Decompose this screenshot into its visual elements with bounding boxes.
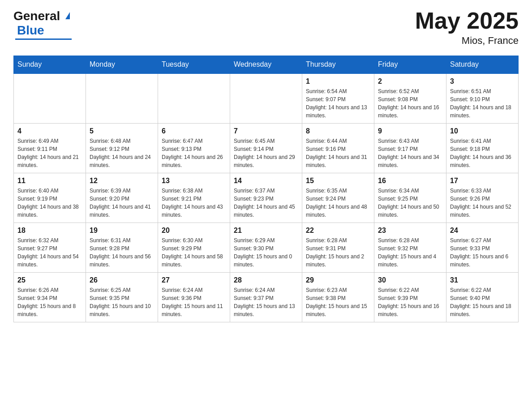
day-number: 9 <box>378 127 442 135</box>
day-number: 1 <box>306 77 370 86</box>
page-header: General Blue May 2025 Mios, France <box>13 9 519 47</box>
calendar-table: SundayMondayTuesdayWednesdayThursdayFrid… <box>13 56 519 322</box>
location: Mios, France <box>415 35 519 47</box>
calendar-cell: 9Sunrise: 6:43 AM Sunset: 9:17 PM Daylig… <box>374 124 446 173</box>
calendar-cell: 18Sunrise: 6:32 AM Sunset: 9:27 PM Dayli… <box>14 223 86 273</box>
calendar-week-row: 18Sunrise: 6:32 AM Sunset: 9:27 PM Dayli… <box>14 223 519 273</box>
calendar-cell: 4Sunrise: 6:49 AM Sunset: 9:11 PM Daylig… <box>14 124 86 173</box>
calendar-cell <box>158 73 230 124</box>
day-info: Sunrise: 6:48 AM Sunset: 9:12 PM Dayligh… <box>90 137 154 169</box>
calendar-cell: 16Sunrise: 6:34 AM Sunset: 9:25 PM Dayli… <box>374 173 446 223</box>
day-number: 2 <box>378 77 442 86</box>
day-info: Sunrise: 6:24 AM Sunset: 9:37 PM Dayligh… <box>234 286 298 318</box>
day-info: Sunrise: 6:45 AM Sunset: 9:14 PM Dayligh… <box>234 137 298 169</box>
calendar-cell <box>230 73 302 124</box>
day-number: 23 <box>378 227 442 235</box>
calendar-cell <box>14 73 86 124</box>
day-number: 24 <box>450 227 515 235</box>
logo-general-text: General <box>13 9 60 23</box>
logo: General Blue <box>13 9 70 40</box>
calendar-cell: 31Sunrise: 6:22 AM Sunset: 9:40 PM Dayli… <box>446 273 519 322</box>
day-number: 18 <box>17 227 82 235</box>
day-info: Sunrise: 6:25 AM Sunset: 9:35 PM Dayligh… <box>90 286 154 318</box>
day-info: Sunrise: 6:33 AM Sunset: 9:26 PM Dayligh… <box>450 187 515 219</box>
day-number: 19 <box>90 227 154 235</box>
weekday-header-wednesday: Wednesday <box>230 56 302 74</box>
calendar-cell: 28Sunrise: 6:24 AM Sunset: 9:37 PM Dayli… <box>230 273 302 322</box>
calendar-cell: 2Sunrise: 6:52 AM Sunset: 9:08 PM Daylig… <box>374 73 446 124</box>
day-info: Sunrise: 6:31 AM Sunset: 9:28 PM Dayligh… <box>90 236 154 269</box>
day-number: 15 <box>306 177 370 185</box>
day-number: 26 <box>90 276 154 284</box>
calendar-cell: 21Sunrise: 6:29 AM Sunset: 9:30 PM Dayli… <box>230 223 302 273</box>
day-number: 8 <box>306 127 370 135</box>
day-info: Sunrise: 6:40 AM Sunset: 9:19 PM Dayligh… <box>17 187 82 219</box>
day-info: Sunrise: 6:28 AM Sunset: 9:31 PM Dayligh… <box>306 236 370 269</box>
calendar-cell <box>86 73 158 124</box>
day-info: Sunrise: 6:22 AM Sunset: 9:40 PM Dayligh… <box>450 286 515 318</box>
calendar-cell: 25Sunrise: 6:26 AM Sunset: 9:34 PM Dayli… <box>14 273 86 322</box>
day-info: Sunrise: 6:37 AM Sunset: 9:23 PM Dayligh… <box>234 187 298 219</box>
day-number: 17 <box>450 177 515 185</box>
weekday-header-tuesday: Tuesday <box>158 56 230 74</box>
logo-underline <box>15 39 72 40</box>
day-info: Sunrise: 6:23 AM Sunset: 9:38 PM Dayligh… <box>306 286 370 318</box>
day-number: 5 <box>90 127 154 135</box>
day-number: 12 <box>90 177 154 185</box>
calendar-cell: 29Sunrise: 6:23 AM Sunset: 9:38 PM Dayli… <box>302 273 374 322</box>
day-info: Sunrise: 6:22 AM Sunset: 9:39 PM Dayligh… <box>378 286 442 318</box>
logo-blue-text: Blue <box>17 23 44 38</box>
day-number: 29 <box>306 276 370 284</box>
day-info: Sunrise: 6:54 AM Sunset: 9:07 PM Dayligh… <box>306 87 370 120</box>
calendar-cell: 24Sunrise: 6:27 AM Sunset: 9:33 PM Dayli… <box>446 223 519 273</box>
day-info: Sunrise: 6:39 AM Sunset: 9:20 PM Dayligh… <box>90 187 154 219</box>
title-block: May 2025 Mios, France <box>415 9 519 47</box>
calendar-week-row: 11Sunrise: 6:40 AM Sunset: 9:19 PM Dayli… <box>14 173 519 223</box>
calendar-cell: 7Sunrise: 6:45 AM Sunset: 9:14 PM Daylig… <box>230 124 302 173</box>
calendar-cell: 15Sunrise: 6:35 AM Sunset: 9:24 PM Dayli… <box>302 173 374 223</box>
day-number: 27 <box>162 276 226 284</box>
calendar-cell: 22Sunrise: 6:28 AM Sunset: 9:31 PM Dayli… <box>302 223 374 273</box>
day-number: 14 <box>234 177 298 185</box>
calendar-cell: 27Sunrise: 6:24 AM Sunset: 9:36 PM Dayli… <box>158 273 230 322</box>
logo-triangle-icon <box>61 12 70 19</box>
calendar-cell: 23Sunrise: 6:28 AM Sunset: 9:32 PM Dayli… <box>374 223 446 273</box>
weekday-header-sunday: Sunday <box>14 56 86 74</box>
day-info: Sunrise: 6:26 AM Sunset: 9:34 PM Dayligh… <box>17 286 82 318</box>
weekday-header-monday: Monday <box>86 56 158 74</box>
day-number: 21 <box>234 227 298 235</box>
day-number: 28 <box>234 276 298 284</box>
calendar-cell: 30Sunrise: 6:22 AM Sunset: 9:39 PM Dayli… <box>374 273 446 322</box>
calendar-cell: 20Sunrise: 6:30 AM Sunset: 9:29 PM Dayli… <box>158 223 230 273</box>
weekday-header-saturday: Saturday <box>446 56 519 74</box>
day-info: Sunrise: 6:30 AM Sunset: 9:29 PM Dayligh… <box>162 236 226 269</box>
calendar-cell: 17Sunrise: 6:33 AM Sunset: 9:26 PM Dayli… <box>446 173 519 223</box>
day-info: Sunrise: 6:49 AM Sunset: 9:11 PM Dayligh… <box>17 137 82 169</box>
month-title: May 2025 <box>415 9 519 32</box>
day-number: 22 <box>306 227 370 235</box>
calendar-cell: 12Sunrise: 6:39 AM Sunset: 9:20 PM Dayli… <box>86 173 158 223</box>
day-number: 3 <box>450 77 515 86</box>
calendar-cell: 13Sunrise: 6:38 AM Sunset: 9:21 PM Dayli… <box>158 173 230 223</box>
calendar-cell: 1Sunrise: 6:54 AM Sunset: 9:07 PM Daylig… <box>302 73 374 124</box>
calendar-week-row: 4Sunrise: 6:49 AM Sunset: 9:11 PM Daylig… <box>14 124 519 173</box>
calendar-cell: 26Sunrise: 6:25 AM Sunset: 9:35 PM Dayli… <box>86 273 158 322</box>
day-number: 31 <box>450 276 515 284</box>
day-info: Sunrise: 6:51 AM Sunset: 9:10 PM Dayligh… <box>450 87 515 120</box>
day-info: Sunrise: 6:44 AM Sunset: 9:16 PM Dayligh… <box>306 137 370 169</box>
day-number: 11 <box>17 177 82 185</box>
weekday-header-thursday: Thursday <box>302 56 374 74</box>
day-info: Sunrise: 6:47 AM Sunset: 9:13 PM Dayligh… <box>162 137 226 169</box>
day-info: Sunrise: 6:41 AM Sunset: 9:18 PM Dayligh… <box>450 137 515 169</box>
day-info: Sunrise: 6:38 AM Sunset: 9:21 PM Dayligh… <box>162 187 226 219</box>
calendar-header-row: SundayMondayTuesdayWednesdayThursdayFrid… <box>14 56 519 74</box>
calendar-cell: 8Sunrise: 6:44 AM Sunset: 9:16 PM Daylig… <box>302 124 374 173</box>
day-number: 10 <box>450 127 515 135</box>
calendar-cell: 10Sunrise: 6:41 AM Sunset: 9:18 PM Dayli… <box>446 124 519 173</box>
day-info: Sunrise: 6:27 AM Sunset: 9:33 PM Dayligh… <box>450 236 515 269</box>
day-number: 7 <box>234 127 298 135</box>
day-number: 30 <box>378 276 442 284</box>
calendar-cell: 11Sunrise: 6:40 AM Sunset: 9:19 PM Dayli… <box>14 173 86 223</box>
day-number: 13 <box>162 177 226 185</box>
calendar-cell: 3Sunrise: 6:51 AM Sunset: 9:10 PM Daylig… <box>446 73 519 124</box>
